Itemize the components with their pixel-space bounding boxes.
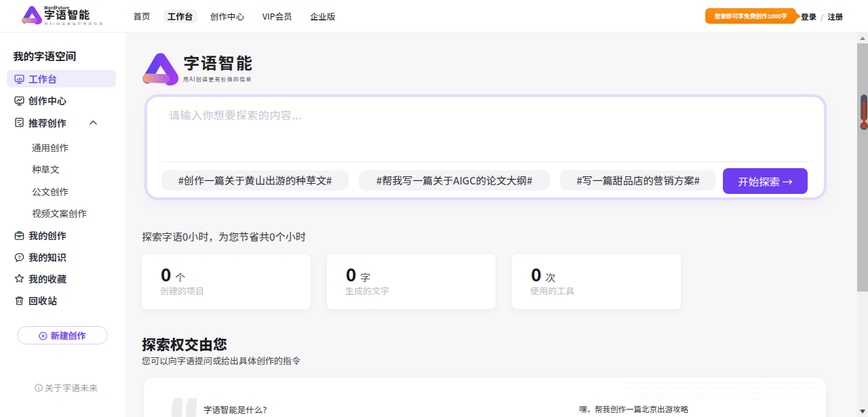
- svg-text:?: ?: [18, 254, 21, 260]
